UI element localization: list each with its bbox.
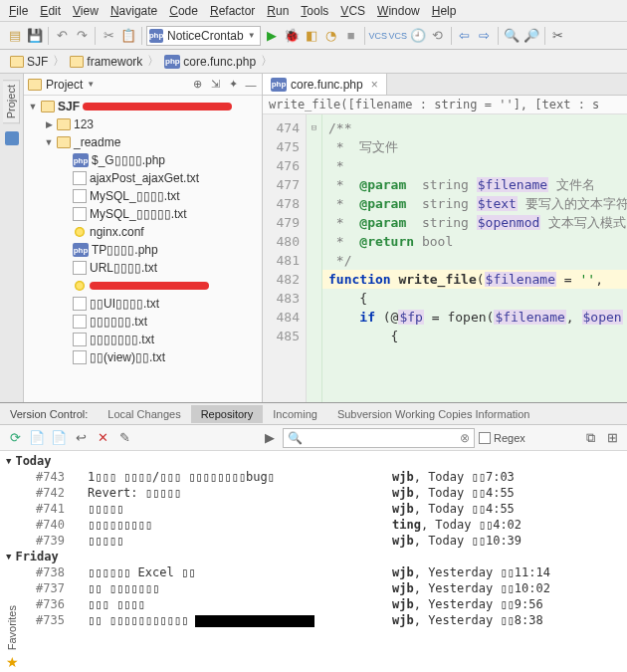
vcs-commit-row[interactable]: #742Revert: ▯▯▯▯▯wjb, Today ▯▯4:55	[0, 485, 627, 501]
menu-window[interactable]: Window	[372, 3, 425, 19]
vcs-commit-row[interactable]: #739▯▯▯▯▯wjb, Today ▯▯10:39	[0, 533, 627, 549]
tree-node[interactable]: MySQL_▯▯▯▯.txt	[24, 187, 262, 205]
vcs-commit-row[interactable]: #736▯▯▯ ▯▯▯▯wjb, Yesterday ▯▯9:56	[0, 596, 627, 612]
tree-node[interactable]: ▯▯▯▯▯▯.txt	[24, 313, 262, 331]
vcs-date-group[interactable]: ▼ Today	[0, 453, 627, 469]
tree-node[interactable]: ▯▯UI▯▯▯▯.txt	[24, 295, 262, 313]
vcs-commit-list[interactable]: ▼ Today#7431▯▯▯ ▯▯▯▯/▯▯▯ ▯▯▯▯▯▯▯▯bug▯wjb…	[0, 451, 627, 672]
undo-icon[interactable]: ↶	[53, 27, 71, 45]
vcs-commit-row[interactable]: #738▯▯▯▯▯▯ Excel ▯▯wjb, Yesterday ▯▯11:1…	[0, 564, 627, 580]
menu-vcs[interactable]: VCS	[335, 3, 370, 19]
forward-icon[interactable]: ⇨	[476, 27, 494, 45]
project-tree[interactable]: ▼SJF ▶123▼_readmephp$_G▯▯▯▯.phpajaxPost_…	[24, 96, 262, 402]
vcs-search-input[interactable]	[307, 431, 456, 445]
clear-icon[interactable]: ⊗	[460, 431, 470, 445]
vcs-tab[interactable]: Subversion Working Copies Information	[327, 405, 540, 423]
vcs-commit-row[interactable]: #740▯▯▯▯▯▯▯▯▯ting, Today ▯▯4:02	[0, 517, 627, 533]
close-icon[interactable]: ×	[371, 78, 378, 92]
menu-help[interactable]: Help	[427, 3, 462, 19]
structure-toolwindow-tab[interactable]	[5, 131, 19, 145]
tree-node[interactable]: ▯▯(view)▯▯.txt	[24, 348, 262, 366]
vcs-search[interactable]: 🔍 ⊗	[283, 428, 475, 448]
gear-icon[interactable]: ✦	[226, 78, 240, 92]
tree-node[interactable]: nginx.conf	[24, 223, 262, 241]
refresh-icon[interactable]: ⟳	[6, 429, 24, 447]
vcs-tab[interactable]: Incoming	[263, 405, 327, 423]
collapse-icon[interactable]: ⇲	[208, 78, 222, 92]
code-area[interactable]: 474475476477478479480481482483484485 ⊟ /…	[263, 114, 627, 402]
tree-node[interactable]: MySQL_▯▯▯▯▯.txt	[24, 205, 262, 223]
open-icon[interactable]: ▤	[6, 27, 24, 45]
diff-icon[interactable]: 📄	[28, 429, 46, 447]
vcs-commit-row[interactable]: #737▯▯ ▯▯▯▯▯▯▯wjb, Yesterday ▯▯10:02	[0, 580, 627, 596]
menu-code[interactable]: Code	[164, 3, 203, 19]
filter-icon[interactable]: ▶	[261, 429, 279, 447]
stop-icon[interactable]: ■	[342, 27, 360, 45]
tree-node[interactable]	[24, 277, 262, 295]
tree-node[interactable]: ▼_readme	[24, 133, 262, 151]
delete-icon[interactable]: ✕	[94, 429, 111, 447]
hide-icon[interactable]: ―	[244, 78, 258, 92]
back-icon[interactable]: ⇦	[456, 27, 474, 45]
tree-node[interactable]: php$_G▯▯▯▯.php	[24, 151, 262, 169]
tree-node[interactable]: phpTP▯▯▯▯.php	[24, 241, 262, 259]
expand-icon[interactable]: ⊞	[603, 429, 621, 447]
tree-node[interactable]: ajaxPost_ajaxGet.txt	[24, 169, 262, 187]
vcs-commit-row[interactable]: #741▯▯▯▯▯wjb, Today ▯▯4:55	[0, 501, 627, 517]
coverage-icon[interactable]: ◧	[303, 27, 320, 45]
code-lines[interactable]: /** * 写文件 * * @param string $filename 文件…	[322, 114, 627, 402]
vcs-panel-title: Version Control:	[0, 405, 98, 423]
menu-file[interactable]: File	[4, 3, 33, 19]
run-icon[interactable]: ▶	[263, 27, 281, 45]
text-file-icon	[73, 315, 87, 329]
vcs-commit-row[interactable]: #735▯▯ ▯▯▯▯▯▯▯▯▯▯▯ wjb, Yesterday ▯▯8:38	[0, 612, 627, 628]
menu-run[interactable]: Run	[262, 3, 294, 19]
crumb-root[interactable]: SJF	[6, 55, 52, 69]
tree-node[interactable]: ▶123	[24, 115, 262, 133]
fold-gutter[interactable]: ⊟	[307, 114, 322, 402]
tree-node[interactable]: ▼SJF	[24, 98, 262, 115]
menu-refactor[interactable]: Refactor	[205, 3, 260, 19]
vcs-tab[interactable]: Local Changes	[98, 405, 190, 423]
favorites-toolwindow-tab[interactable]: Favorites ★	[0, 590, 24, 670]
vcs-tab[interactable]: Repository	[191, 405, 264, 423]
menu-navigate[interactable]: Navigate	[105, 3, 162, 19]
revert-icon[interactable]: ↩	[72, 429, 90, 447]
vcs-revert-icon[interactable]: ⟲	[429, 27, 447, 45]
crumb-mid[interactable]: framework	[66, 55, 146, 69]
save-icon[interactable]: 💾	[26, 27, 44, 45]
tree-node[interactable]: URL▯▯▯▯.txt	[24, 259, 262, 277]
redo-icon[interactable]: ↷	[73, 27, 91, 45]
menu-tools[interactable]: Tools	[296, 3, 333, 19]
chevron-right-icon: 〉	[146, 53, 160, 70]
debug-icon[interactable]: 🐞	[283, 27, 301, 45]
bulb-icon	[73, 279, 87, 293]
chevron-down-icon[interactable]: ▼	[87, 80, 95, 89]
editor-tab[interactable]: php core.func.php ×	[263, 74, 387, 95]
php-icon: php	[73, 153, 89, 167]
crumb-file[interactable]: phpcore.func.php	[160, 55, 260, 69]
menu-view[interactable]: View	[68, 3, 104, 19]
run-config-label: NoticeCrontab	[167, 29, 244, 43]
settings-icon[interactable]: ✂	[549, 27, 567, 45]
locate-icon[interactable]: ⊕	[190, 78, 204, 92]
vcs-update-icon[interactable]: VCS	[369, 27, 387, 45]
search-icon[interactable]: 🔍	[503, 27, 521, 45]
menu-edit[interactable]: Edit	[35, 3, 66, 19]
project-toolwindow-tab[interactable]: Project	[3, 80, 20, 123]
group-icon[interactable]: ⧉	[581, 429, 599, 447]
paste-icon[interactable]: 📋	[119, 27, 137, 45]
vcs-history-icon[interactable]: 🕘	[409, 27, 427, 45]
drilldown-icon[interactable]: 📄	[50, 429, 68, 447]
vcs-commit-icon[interactable]: VCS	[389, 27, 407, 45]
vcs-commit-row[interactable]: #7431▯▯▯ ▯▯▯▯/▯▯▯ ▯▯▯▯▯▯▯▯bug▯wjb, Today…	[0, 469, 627, 485]
profile-icon[interactable]: ◔	[322, 27, 340, 45]
tree-node[interactable]: ▯▯▯▯▯▯▯.txt	[24, 331, 262, 348]
run-config-dropdown[interactable]: php NoticeCrontab ▼	[146, 26, 261, 46]
cut-icon[interactable]: ✂	[100, 27, 117, 45]
regex-checkbox[interactable]: Regex	[479, 432, 525, 444]
vcs-date-group[interactable]: ▼ Friday	[0, 549, 627, 564]
search2-icon[interactable]: 🔎	[522, 27, 540, 45]
edit-icon[interactable]: ✎	[115, 429, 133, 447]
folder-icon	[41, 101, 55, 112]
